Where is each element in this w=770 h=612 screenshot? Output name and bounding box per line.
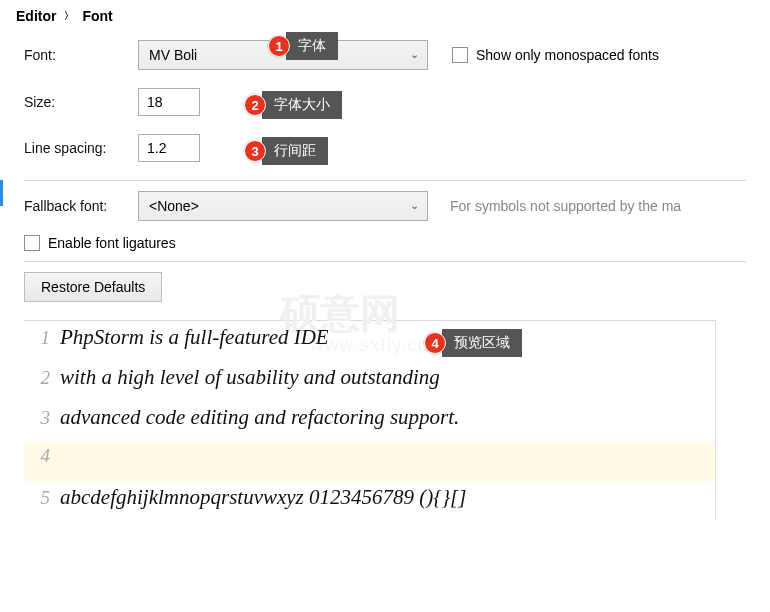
fallback-hint: For symbols not supported by the ma: [450, 198, 681, 214]
line-spacing-label: Line spacing:: [24, 140, 138, 156]
gutter-line-number: 5: [24, 483, 60, 512]
checkbox-box: [452, 47, 468, 63]
preview-line: PhpStorm is a full-featured IDE: [60, 321, 329, 354]
breadcrumb-child[interactable]: Font: [82, 8, 112, 24]
monospace-only-checkbox[interactable]: Show only monospaced fonts: [452, 47, 659, 63]
preview-line: abcdefghijklmnopqrstuvwxyz 0123456789 ()…: [60, 481, 466, 514]
size-label: Size:: [24, 94, 138, 110]
breadcrumb: Editor 〉 Font: [0, 0, 770, 32]
ligatures-label: Enable font ligatures: [48, 235, 176, 251]
font-preview-area: 4 预览区域 1 PhpStorm is a full-featured IDE…: [24, 320, 716, 521]
ligatures-checkbox[interactable]: Enable font ligatures: [24, 235, 176, 251]
divider: [24, 180, 746, 181]
font-label: Font:: [24, 47, 138, 63]
font-select[interactable]: MV Boli ⌄: [138, 40, 428, 70]
callout-3-badge: 3: [244, 140, 266, 162]
chevron-down-icon: ⌄: [410, 199, 419, 212]
gutter-line-number: 1: [24, 323, 60, 352]
divider: [24, 261, 746, 262]
line-spacing-input[interactable]: [138, 134, 200, 162]
monospace-only-label: Show only monospaced fonts: [476, 47, 659, 63]
gutter-line-number: 2: [24, 363, 60, 392]
gutter-line-number: 4: [24, 441, 60, 470]
fallback-select[interactable]: <None> ⌄: [138, 191, 428, 221]
preview-line: advanced code editing and refactoring su…: [60, 401, 459, 434]
callout-2-badge: 2: [244, 94, 266, 116]
checkbox-box: [24, 235, 40, 251]
fallback-select-value: <None>: [149, 198, 199, 214]
callout-2-label: 字体大小: [262, 91, 342, 119]
chevron-right-icon: 〉: [64, 9, 74, 23]
preview-line: with a high level of usability and outst…: [60, 361, 440, 394]
font-select-value: MV Boli: [149, 47, 197, 63]
breadcrumb-parent[interactable]: Editor: [16, 8, 56, 24]
callout-3-label: 行间距: [262, 137, 328, 165]
size-input[interactable]: [138, 88, 200, 116]
restore-defaults-button[interactable]: Restore Defaults: [24, 272, 162, 302]
chevron-down-icon: ⌄: [410, 48, 419, 61]
left-indicator-strip: [0, 180, 3, 206]
gutter-line-number: 3: [24, 403, 60, 432]
fallback-label: Fallback font:: [24, 198, 138, 214]
